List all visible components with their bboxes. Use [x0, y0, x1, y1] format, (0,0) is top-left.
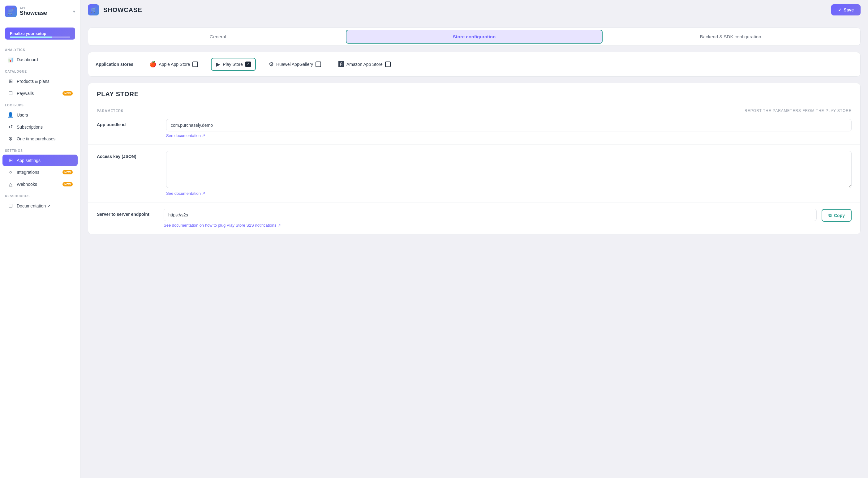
- external-link-icon: ↗: [202, 191, 206, 196]
- integration-icon: ○: [7, 169, 13, 175]
- huawei-icon: ⚙: [269, 61, 274, 68]
- sidebar-item-subscriptions[interactable]: ↺ Subscriptions: [2, 121, 78, 133]
- sidebar-section-catalogue: CATALOGUE: [0, 66, 80, 75]
- access-key-textarea[interactable]: [166, 151, 851, 188]
- paywall-icon: ☐: [7, 90, 13, 96]
- dollar-icon: $: [7, 136, 13, 141]
- store-play[interactable]: ▶ Play Store ✓: [211, 58, 256, 71]
- sidebar-app-name: APP Showcase: [20, 6, 47, 17]
- sidebar-item-users[interactable]: 👤 Users: [2, 109, 78, 121]
- bundle-id-field: See documentation ↗: [166, 119, 851, 138]
- sidebar-logo-icon: 🛒: [5, 6, 17, 17]
- endpoint-label: Server to server endpoint: [97, 209, 159, 217]
- endpoint-row: Server to server endpoint See documentat…: [88, 202, 860, 234]
- application-stores-row: Application stores 🍎 Apple App Store ▶ P…: [88, 52, 861, 77]
- sidebar-item-webhooks[interactable]: △ Webhooks NEW: [2, 179, 78, 190]
- sidebar-item-dashboard[interactable]: 📊 Dashboard: [2, 54, 78, 65]
- chart-icon: 📊: [7, 57, 13, 62]
- sidebar-item-documentation[interactable]: ☐ Documentation ↗: [2, 200, 78, 212]
- huawei-checkbox[interactable]: [315, 62, 321, 67]
- store-huawei-label: Huawei AppGallery: [276, 62, 313, 67]
- store-play-label: Play Store: [223, 62, 243, 67]
- tab-general[interactable]: General: [90, 30, 346, 43]
- play-store-panel: PLAY STORE PARAMETERS Report the paramet…: [88, 83, 861, 234]
- access-key-doc-link[interactable]: See documentation ↗: [166, 191, 206, 196]
- topbar-logo-icon: 🛒: [88, 4, 99, 15]
- sidebar-section-resources: RESSOURCES: [0, 190, 80, 200]
- store-amazon[interactable]: 🅰 Amazon App Store: [334, 59, 395, 70]
- checkmark-icon: ✓: [838, 7, 842, 12]
- access-key-field: See documentation ↗: [166, 151, 851, 196]
- main-content: 🛒 SHOWCASE ✓ Save General Store configur…: [81, 0, 868, 478]
- store-huawei[interactable]: ⚙ Huawei AppGallery: [265, 58, 326, 70]
- new-badge: NEW: [62, 91, 73, 96]
- sidebar-item-label: One time purchases: [17, 136, 55, 141]
- endpoint-input-wrap: See documentation on how to plug Play St…: [164, 209, 817, 228]
- sidebar-item-label: Webhooks: [17, 182, 37, 187]
- save-button[interactable]: ✓ Save: [831, 4, 861, 15]
- bundle-id-doc-link[interactable]: See documentation ↗: [166, 133, 206, 138]
- application-stores-label: Application stores: [96, 62, 133, 67]
- panel-header: PLAY STORE PARAMETERS Report the paramet…: [88, 83, 860, 113]
- copy-icon: ⧉: [828, 213, 832, 218]
- store-apple[interactable]: 🍎 Apple App Store: [145, 58, 202, 70]
- webhook-icon: △: [7, 181, 13, 187]
- sidebar-item-label: Paywalls: [17, 91, 34, 96]
- tabs-row: General Store configuration Backend & SD…: [88, 28, 861, 46]
- sidebar-item-label: Dashboard: [17, 57, 38, 62]
- layers-icon: ⊞: [7, 78, 13, 84]
- play-store-icon: ▶: [216, 61, 220, 68]
- play-store-title: PLAY STORE: [97, 91, 851, 98]
- amazon-checkbox[interactable]: [385, 62, 391, 67]
- amazon-icon: 🅰: [338, 61, 344, 68]
- bundle-id-row: App bundle id See documentation ↗: [88, 113, 860, 145]
- copy-button[interactable]: ⧉ Copy: [822, 209, 851, 222]
- sidebar-app-title: Showcase: [20, 10, 47, 17]
- parameters-section-label: PARAMETERS Report the parameters from th…: [97, 104, 851, 113]
- sidebar-app-label: APP: [20, 6, 47, 10]
- sidebar-section-analytics: ANALYTICS: [0, 44, 80, 54]
- apple-checkbox[interactable]: [192, 62, 198, 67]
- sidebar-item-label: Subscriptions: [17, 125, 43, 130]
- sidebar-item-one-time-purchases[interactable]: $ One time purchases: [2, 133, 78, 145]
- s2s-doc-link[interactable]: See documentation on how to plug Play St…: [164, 223, 281, 228]
- external-link-icon: ↗: [202, 133, 206, 138]
- bundle-id-input[interactable]: [166, 119, 851, 131]
- bundle-id-label: App bundle id: [97, 119, 159, 127]
- access-key-row: Access key (JSON) See documentation ↗: [88, 145, 860, 202]
- topbar: 🛒 SHOWCASE ✓ Save: [81, 0, 868, 20]
- sidebar-item-label: Users: [17, 113, 28, 118]
- access-key-label: Access key (JSON): [97, 151, 159, 159]
- sidebar-section-settings: SETTINGS: [0, 145, 80, 154]
- endpoint-input[interactable]: [164, 209, 817, 221]
- sidebar-item-products[interactable]: ⊞ Products & plans: [2, 75, 78, 87]
- page-title: SHOWCASE: [103, 6, 142, 13]
- finalize-setup-button[interactable]: Finalize your setup: [5, 28, 75, 39]
- sidebar-item-paywalls[interactable]: ☐ Paywalls NEW: [2, 88, 78, 99]
- user-icon: 👤: [7, 112, 13, 118]
- sidebar-item-integrations[interactable]: ○ Integrations NEW: [2, 167, 78, 178]
- panel-body: App bundle id See documentation ↗ Access…: [88, 113, 860, 234]
- sidebar-item-label: Products & plans: [17, 79, 50, 84]
- sidebar-item-label: Documentation ↗: [17, 203, 51, 209]
- sidebar-header: 🛒 APP Showcase ▾: [0, 0, 80, 23]
- play-checkbox[interactable]: ✓: [245, 62, 251, 67]
- settings-icon: ⊞: [7, 157, 13, 163]
- sidebar-item-app-settings[interactable]: ⊞ App settings: [2, 155, 78, 166]
- new-badge: NEW: [62, 170, 73, 174]
- parameters-hint: Report the parameters from the Play Stor…: [745, 108, 851, 113]
- external-link-icon: ↗: [277, 223, 281, 228]
- subscription-icon: ↺: [7, 124, 13, 130]
- chevron-down-icon[interactable]: ▾: [73, 9, 75, 14]
- sidebar-item-label: Integrations: [17, 170, 39, 175]
- new-badge: NEW: [62, 182, 73, 186]
- sidebar: 🛒 APP Showcase ▾ Finalize your setup ANA…: [0, 0, 81, 478]
- content-area: General Store configuration Backend & SD…: [81, 20, 868, 478]
- tab-store-configuration[interactable]: Store configuration: [346, 30, 603, 43]
- sidebar-section-lookups: LOOK-UPS: [0, 99, 80, 109]
- apple-icon: 🍎: [149, 61, 156, 68]
- doc-icon: ☐: [7, 203, 13, 209]
- sidebar-item-label: App settings: [17, 158, 40, 163]
- store-amazon-label: Amazon App Store: [346, 62, 383, 67]
- tab-backend-sdk[interactable]: Backend & SDK configuration: [602, 30, 859, 43]
